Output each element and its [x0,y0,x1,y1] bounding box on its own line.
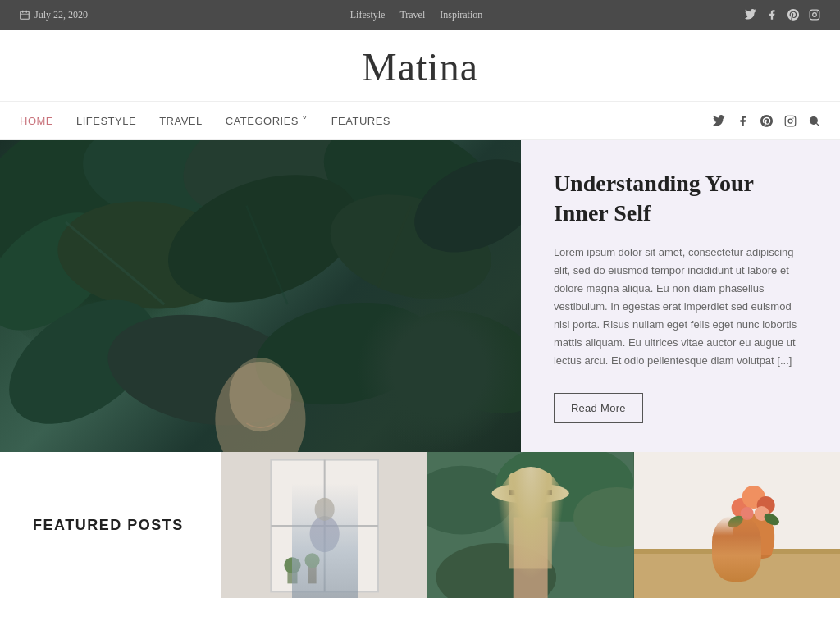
date-text: July 22, 2020 [34,9,88,21]
svg-point-6 [817,11,818,12]
featured-label: FEATURED POSTS [0,452,221,598]
nav-instagram-icon[interactable] [784,115,797,127]
nav-links: HOME LIFESTYLE TRAVEL CATEGORIES ˅ FEATU… [20,115,390,127]
svg-rect-52 [634,549,840,554]
featured-image-3[interactable] [634,452,840,598]
nav-twitter-icon[interactable] [713,115,725,127]
facebook-icon[interactable] [766,9,778,21]
svg-rect-49 [509,490,552,495]
svg-point-8 [788,119,792,123]
top-bar-social [745,9,820,21]
svg-rect-0 [21,11,30,19]
top-bar-date-section: July 22, 2020 [20,9,88,21]
svg-point-9 [792,117,793,118]
featured-image-2[interactable] [427,452,633,598]
top-bar: July 22, 2020 Lifestyle Travel Inspirati… [0,0,840,30]
svg-point-24 [390,290,521,434]
svg-line-11 [816,123,819,126]
nav-lifestyle[interactable]: LIFESTYLE [76,115,136,127]
site-logo[interactable]: Matina [362,44,478,89]
nav-features[interactable]: FEATURES [331,115,390,127]
nav-home[interactable]: HOME [20,115,53,127]
top-nav-inspiration[interactable]: Inspiration [440,9,482,21]
feat-img-2-svg [427,452,633,598]
nav-categories-link[interactable]: CATEGORIES ˅ [226,115,308,127]
nav-categories[interactable]: CATEGORIES ˅ [226,115,308,127]
svg-rect-7 [785,116,796,126]
featured-images [221,452,840,598]
svg-point-10 [810,116,818,124]
svg-point-5 [813,13,817,17]
search-icon[interactable] [808,115,820,127]
svg-point-35 [284,557,300,573]
nav-right [713,115,820,127]
svg-rect-36 [308,563,317,583]
svg-point-38 [310,516,340,552]
svg-point-37 [305,553,320,568]
svg-rect-46 [509,500,552,569]
svg-point-39 [315,498,335,521]
svg-rect-51 [634,550,840,598]
main-nav: HOME LIFESTYLE TRAVEL CATEGORIES ˅ FEATU… [0,101,840,140]
feat-img-3-svg [634,452,840,598]
svg-rect-48 [509,472,552,496]
logo-area: Matina [0,30,840,101]
hero-image [0,140,521,452]
svg-point-57 [740,507,753,520]
instagram-icon[interactable] [809,9,820,21]
nav-facebook-icon[interactable] [737,115,749,127]
svg-rect-45 [514,518,548,598]
hero-content: Understanding Your Inner Self Lorem ipsu… [521,140,840,452]
svg-point-26 [229,358,291,431]
hero-image-visual [0,140,521,452]
hero-excerpt: Lorem ipsum dolor sit amet, consectetur … [554,244,807,371]
read-more-button[interactable]: Read More [554,393,643,423]
featured-section: FEATURED POSTS [0,452,840,598]
pinterest-icon[interactable] [788,9,799,21]
calendar-icon [20,10,30,20]
featured-image-1[interactable] [221,452,427,598]
top-nav-lifestyle[interactable]: Lifestyle [350,9,386,21]
hero-section: Understanding Your Inner Self Lorem ipsu… [0,140,840,452]
svg-rect-4 [810,10,819,20]
svg-point-59 [726,514,745,530]
feat-img-1-svg [221,452,427,598]
top-bar-nav: Lifestyle Travel Inspiration [350,9,483,21]
hero-leaves-svg [0,140,521,452]
top-nav-travel[interactable]: Travel [399,9,425,21]
twitter-icon[interactable] [745,9,756,21]
nav-pinterest-icon[interactable] [760,115,773,127]
nav-travel[interactable]: TRAVEL [159,115,203,127]
svg-point-47 [492,483,569,504]
hero-title: Understanding Your Inner Self [554,169,807,229]
